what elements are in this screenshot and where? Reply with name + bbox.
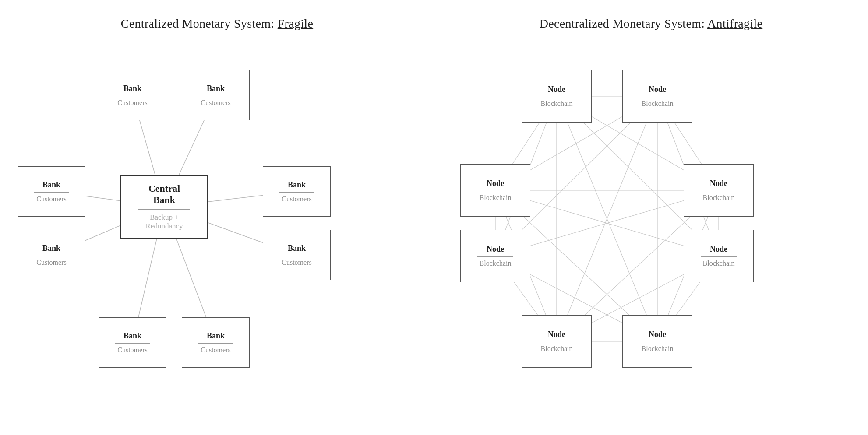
right-diagram: Decentralized Monetary System: Antifragi… [434,0,868,435]
bank-node-top-right: Bank Customers [182,70,250,120]
left-diagram: Centralized Monetary System: Fragile Cen… [0,0,434,435]
bank-node-mid-left: Bank Customers [18,166,85,217]
central-divider [138,209,190,210]
node-top-left: Node Blockchain [522,70,592,123]
right-diagram-area: Node Blockchain Node Blockchain Node Blo… [434,31,868,435]
node-bot-right: Node Blockchain [622,315,692,368]
left-diagram-area: CentralBank Backup +Redundancy Bank Cust… [0,31,434,435]
central-bank-box: CentralBank Backup +Redundancy [120,175,208,239]
central-label-bottom: Backup +Redundancy [146,213,183,231]
bank-node-bot-left: Bank Customers [99,317,166,368]
left-title: Centralized Monetary System: Fragile [121,17,313,31]
node-bot-left: Node Blockchain [522,315,592,368]
node-mid2-left: Node Blockchain [460,230,530,282]
node-mid2-right: Node Blockchain [684,230,754,282]
bank-node-mid2-right: Bank Customers [263,230,331,280]
right-title: Decentralized Monetary System: Antifragi… [540,17,762,31]
bank-node-top-left: Bank Customers [99,70,166,120]
bank-node-mid-right: Bank Customers [263,166,331,217]
svg-line-14 [557,96,657,341]
node-mid-left: Node Blockchain [460,164,530,217]
node-top-right: Node Blockchain [622,70,692,123]
node-mid-right: Node Blockchain [684,164,754,217]
svg-line-19 [557,96,657,341]
bank-node-mid2-left: Bank Customers [18,230,85,280]
central-label-top: CentralBank [148,183,180,206]
bank-node-bot-right: Bank Customers [182,317,250,368]
